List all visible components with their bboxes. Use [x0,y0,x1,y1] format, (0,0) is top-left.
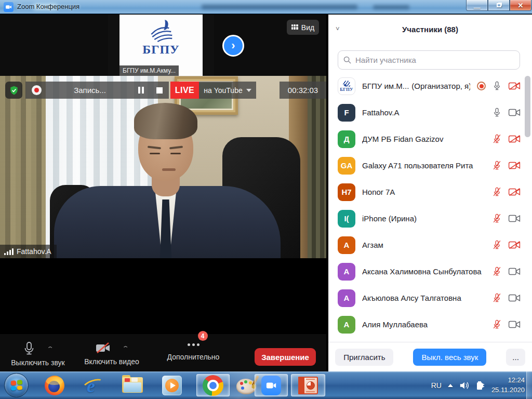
next-video-arrow-button[interactable]: › [222,35,244,57]
participant-row[interactable]: I( iPhone (Ирина) [328,205,526,232]
mic-muted-icon[interactable] [493,320,501,329]
more-options-label: Дополнительно [167,353,220,361]
participant-avatar: H7 [338,183,355,201]
participant-avatar: A [338,289,355,307]
speaker-hair [134,103,197,139]
participant-list: БГПУ БГПУ им.М... (Организатор, я) F [328,73,526,341]
taskbar-media-player-icon[interactable] [159,374,185,396]
microphone-icon [23,341,35,356]
security-shield-icon[interactable] [5,82,22,99]
power-plug-icon[interactable] [476,380,485,391]
titlebar-ghost [373,5,409,9]
taskbar-internet-explorer-icon[interactable]: e [81,374,107,396]
view-button[interactable]: Вид [287,20,319,35]
camera-off-icon[interactable] [508,161,521,170]
participant-row[interactable]: GA Galaxy A71 пользователя Рита [328,152,526,179]
speaker-name-text: Fattahov.A [17,247,51,256]
participant-avatar: Д [338,130,355,148]
thumbnail-video-tile[interactable]: БГПУ БГПУ им.М.Акму... [108,15,214,76]
mic-muted-icon[interactable] [493,240,501,250]
taskbar-chrome-icon[interactable] [196,374,230,396]
more-options-button[interactable]: 4 Дополнительно [162,337,224,361]
camera-on-icon[interactable] [508,267,521,276]
camera-on-icon[interactable] [508,320,521,329]
video-options-chevron[interactable]: ⌃ [122,345,130,352]
titlebar-ghost [202,5,357,9]
search-participant-box[interactable] [338,50,520,70]
participant-row[interactable]: A Алия Муллабаева [328,311,526,338]
participant-name: Honor 7A [362,188,395,196]
mic-on-icon[interactable] [493,81,501,91]
mic-muted-icon[interactable] [493,214,501,223]
participants-panel: ˅ Участники (88) БГПУ БГПУ им.М... (Орга… [328,15,532,371]
participant-avatar: GA [338,157,355,175]
show-desktop-button[interactable] [526,371,532,399]
end-meeting-button[interactable]: Завершение [255,348,316,366]
participant-recording-icon [477,82,486,90]
mic-on-icon[interactable] [493,108,501,117]
participant-row[interactable]: A Аксана Халимовна Сынбулатова [328,258,526,285]
curtain-right [308,76,326,258]
taskbar-clock[interactable]: 12:24 25.11.2020 [491,376,525,395]
recording-status-text: Запись... [47,86,133,95]
volume-icon[interactable] [459,381,470,390]
window-titlebar[interactable]: Zoom Конференция — ✕ [0,0,532,14]
camera-off-icon[interactable] [508,241,521,249]
thumbnail-name-label: БГПУ им.М.Акму... [119,65,179,76]
mute-button[interactable]: ⌃ Выключить звук [6,341,70,367]
participant-row[interactable]: H7 Honor 7A [328,179,526,205]
taskbar-powerpoint-icon[interactable] [291,374,325,396]
participant-name: БГПУ им.М... [362,82,409,90]
panel-more-button[interactable]: ... [506,349,525,366]
mic-muted-icon[interactable] [493,134,501,144]
recording-toolbar: Запись... LIVE на YouTube 00:32:03 [0,82,326,99]
participant-name: Galaxy A71 пользователя Рита [362,161,473,170]
participant-avatar: I( [338,210,355,228]
taskbar-firefox-icon[interactable] [42,374,68,396]
gallery-view-icon [291,24,298,30]
taskbar-zoom-icon[interactable] [255,374,288,396]
show-hidden-icons-arrow[interactable] [448,384,453,387]
mic-muted-icon[interactable] [493,267,501,276]
taskbar-windows-explorer-icon[interactable] [119,374,145,396]
camera-off-icon[interactable] [508,135,521,143]
close-button[interactable]: ✕ [510,0,531,11]
invite-button[interactable]: Пригласить [335,349,393,366]
camera-off-icon[interactable] [508,188,521,196]
search-participant-input[interactable] [355,56,514,64]
panel-scrollbar-thumb[interactable] [525,76,530,137]
participant-row[interactable]: Д ДУМ РБ Fidan Gazizov [328,126,526,152]
clock-date: 25.11.2020 [491,385,525,395]
main-video-feed: Запись... LIVE на YouTube 00:32:03 Fatta… [0,76,326,258]
pause-recording-button[interactable] [138,87,144,94]
mic-muted-icon[interactable] [493,187,501,197]
participant-name: Акъюлова Алсу Талгатовна [362,294,461,302]
participant-row[interactable]: A Акъюлова Алсу Талгатовна [328,285,526,311]
camera-on-icon[interactable] [508,108,521,117]
participant-name: Алия Муллабаева [362,320,428,329]
minimize-button[interactable]: — [466,0,488,11]
camera-on-icon[interactable] [508,294,521,302]
restore-button[interactable] [488,0,510,11]
live-platform-selector[interactable]: на YouTube [199,82,256,99]
camera-off-icon[interactable] [508,82,521,90]
mute-all-button[interactable]: Выкл. весь звук [413,349,486,366]
participant-name: iPhone (Ирина) [362,214,417,223]
mic-muted-icon[interactable] [493,161,501,170]
start-video-button[interactable]: ⌃ Включить видео [79,341,144,366]
participant-name: Аксана Халимовна Сынбулатова [362,267,482,276]
start-button[interactable] [4,373,29,397]
participant-row[interactable]: A Агзам [328,232,526,258]
participant-row[interactable]: БГПУ БГПУ им.М... (Организатор, я) [328,73,526,99]
mic-options-chevron[interactable]: ⌃ [47,345,55,352]
speaker-name-label: Fattahov.A [0,245,57,258]
participants-panel-title: Участники (88) [328,15,532,44]
camera-on-icon[interactable] [508,214,521,223]
chevron-down-icon [246,89,251,92]
language-indicator[interactable]: RU [431,381,442,390]
mic-muted-icon[interactable] [493,293,501,303]
view-button-label: Вид [301,23,314,32]
participant-row[interactable]: F Fattahov.A [328,99,526,126]
stop-recording-button[interactable] [156,87,163,94]
more-dots-icon [188,343,200,346]
